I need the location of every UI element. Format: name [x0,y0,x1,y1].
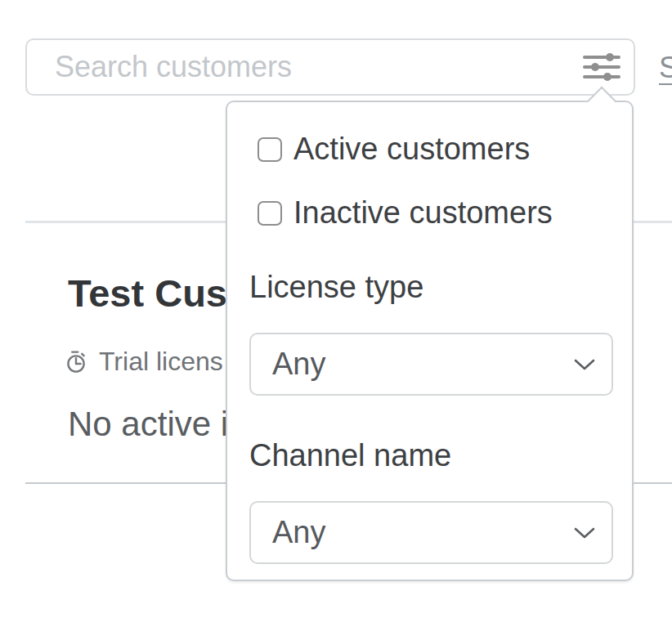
active-customers-checkbox[interactable] [258,137,282,162]
license-type-select[interactable]: Any [249,333,613,396]
channel-name-value: Any [251,515,325,550]
search-input[interactable] [27,40,634,94]
license-type-value: Any [251,347,325,382]
filter-popover: Active customers Inactive customers Lice… [226,101,634,581]
inactive-customers-option[interactable]: Inactive customers [258,195,553,231]
chevron-down-icon [574,359,595,370]
checkbox-label: Active customers [293,132,530,167]
license-type-label: License type [249,271,423,303]
license-badge: Trial licens [65,347,223,377]
license-badge-text: Trial licens [99,347,223,377]
search-bar [25,38,635,96]
customer-title: Test Cust [68,273,240,314]
stopwatch-icon [65,350,88,374]
customer-status-text: No active in [68,406,247,442]
partial-right-link[interactable]: S [659,51,672,85]
inactive-customers-checkbox[interactable] [258,201,282,226]
filter-button[interactable] [581,49,622,85]
sliders-icon [583,52,620,83]
channel-name-select[interactable]: Any [249,501,613,564]
checkbox-label: Inactive customers [293,195,553,231]
active-customers-option[interactable]: Active customers [258,132,530,167]
channel-name-label: Channel name [249,439,451,472]
chevron-down-icon [574,527,595,539]
